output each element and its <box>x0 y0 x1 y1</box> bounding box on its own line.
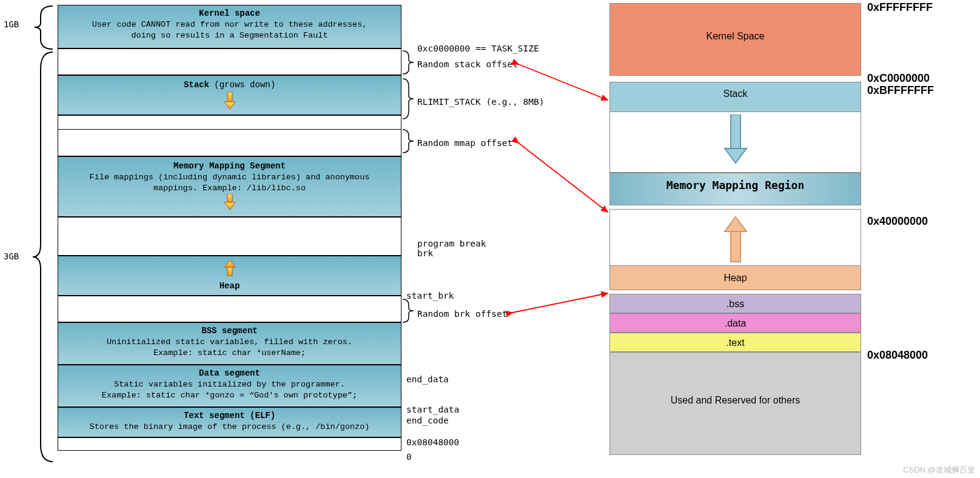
annot-rand-mmap: Random mmap offset <box>417 138 512 148</box>
svg-line-7 <box>519 143 608 212</box>
kernel-sub: User code CANNOT read from nor write to … <box>62 19 397 41</box>
gap-brk-offset <box>58 296 401 322</box>
svg-rect-2 <box>227 194 232 202</box>
text-sub: Stores the binary image of the process (… <box>62 422 397 433</box>
svg-rect-0 <box>227 92 232 102</box>
raddr-ffff: 0xFFFFFFFF <box>867 1 933 14</box>
annot-addr-text: 0x08048000 <box>406 437 459 447</box>
mmap-sub: File mappings (including dynamic librari… <box>62 172 397 194</box>
right-memory-layout: Kernel Space Stack Memory Mapping Region… <box>609 3 861 455</box>
heap-title: Heap <box>62 280 397 292</box>
brace-1gb <box>19 5 56 50</box>
svg-rect-5 <box>227 267 232 276</box>
rseg-bss: .bss <box>609 294 861 313</box>
text-title: Text segment (ELF) <box>62 410 397 422</box>
brace-3gb <box>19 51 56 463</box>
seg-kernel: Kernel space User code CANNOT read from … <box>58 5 401 48</box>
arrow-down-icon <box>722 115 749 164</box>
annot-end-data: end_data <box>406 374 449 384</box>
svg-line-8 <box>512 293 608 313</box>
svg-rect-12 <box>731 231 740 262</box>
stack-title-row: Stack (grows down) <box>62 79 397 91</box>
rseg-reserved: Used and Reserved for others <box>609 352 861 455</box>
raddr-c000: 0xC0000000 <box>867 72 930 85</box>
rbrace-mmap <box>401 128 416 154</box>
kernel-title: Kernel space <box>62 8 397 19</box>
rseg-heap: Heap <box>609 266 861 290</box>
seg-data: Data segment Static variables initialize… <box>58 365 401 407</box>
svg-rect-9 <box>731 115 740 148</box>
watermark: CSDN @攻城狮百里 <box>903 465 975 476</box>
mmap-title: Memory Mapping Segment <box>62 161 397 172</box>
annot-start-data: start_data <box>406 405 459 414</box>
gap-zero <box>58 437 401 451</box>
gap-brk <box>58 217 401 256</box>
rbrace-brk <box>401 298 416 324</box>
bss-sub: Uninitialized static variables, filled w… <box>62 337 397 359</box>
rbrace-stack <box>401 50 416 75</box>
svg-marker-3 <box>224 202 235 210</box>
svg-marker-11 <box>725 217 747 231</box>
svg-marker-1 <box>224 102 235 109</box>
svg-line-6 <box>519 64 608 100</box>
data-sub: Static variables initialized by the prog… <box>62 379 397 401</box>
arrow-up-icon <box>223 259 237 277</box>
gap-stack-offset <box>58 48 401 75</box>
rseg-mmap: Memory Mapping Region <box>609 173 861 205</box>
annot-task-size: 0xc0000000 == TASK_SIZE <box>417 44 539 53</box>
raddr-bfff: 0xBFFFFFFF <box>867 84 934 97</box>
stack-grows: (grows down) <box>209 80 275 90</box>
rseg-stack: Stack <box>609 82 861 112</box>
rseg-stack-grow <box>609 112 861 173</box>
label-3gb: 3GB <box>4 251 19 261</box>
raddr-4000: 0x40000000 <box>867 215 928 228</box>
bss-title: BSS segment <box>62 325 397 337</box>
seg-heap: Heap <box>58 256 401 296</box>
seg-bss: BSS segment Uninitialized static variabl… <box>58 322 401 365</box>
seg-stack: Stack (grows down) <box>58 75 401 115</box>
rseg-data: .data <box>609 313 861 333</box>
annot-zero: 0 <box>406 452 412 462</box>
seg-mmap: Memory Mapping Segment File mappings (in… <box>58 156 401 217</box>
raddr-0804: 0x08048000 <box>867 349 928 362</box>
svg-marker-10 <box>725 148 747 163</box>
stack-title: Stack <box>184 80 209 90</box>
arrow-down-icon <box>223 194 237 211</box>
annot-prog-break: program break brk <box>417 239 486 258</box>
svg-marker-4 <box>224 260 235 267</box>
annot-rlimit: RLIMIT_STACK (e.g., 8MB) <box>417 97 545 107</box>
gap-rlimit <box>58 115 401 130</box>
arrow-down-icon <box>223 92 237 110</box>
annot-rand-stack: Random stack offset <box>417 59 518 69</box>
rbrace-rlimit <box>401 78 416 120</box>
rseg-heap-grow <box>609 209 861 266</box>
rseg-kernel: Kernel Space <box>609 3 861 76</box>
annot-end-code: end_code <box>406 416 449 425</box>
annot-rand-brk: Random brk offset <box>417 309 507 319</box>
seg-text: Text segment (ELF) Stores the binary ima… <box>58 407 401 437</box>
left-memory-layout: Kernel space User code CANNOT read from … <box>58 5 401 451</box>
arrow-up-icon <box>722 216 749 263</box>
gap-mmap-offset <box>58 130 401 156</box>
data-title: Data segment <box>62 368 397 379</box>
label-1gb: 1GB <box>4 19 19 29</box>
rseg-text: .text <box>609 333 861 352</box>
